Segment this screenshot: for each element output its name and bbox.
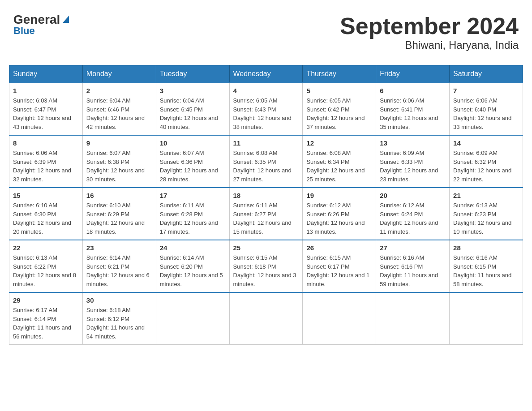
calendar-cell: 13 Sunrise: 6:09 AM Sunset: 6:33 PM Dayl… (376, 135, 450, 188)
day-number: 6 (380, 87, 446, 94)
day-number: 16 (86, 192, 152, 199)
sunrise-label: Sunrise: 6:03 AM (13, 97, 57, 104)
day-info: Sunrise: 6:11 AM Sunset: 6:28 PM Dayligh… (160, 201, 226, 236)
day-info: Sunrise: 6:04 AM Sunset: 6:45 PM Dayligh… (160, 96, 226, 131)
logo-triangle-icon (61, 14, 71, 24)
day-number: 13 (380, 139, 446, 147)
calendar-cell: 1 Sunrise: 6:03 AM Sunset: 6:47 PM Dayli… (9, 83, 83, 135)
daylight-label: Daylight: 12 hours and 25 minutes. (306, 167, 365, 183)
calendar-cell: 9 Sunrise: 6:07 AM Sunset: 6:38 PM Dayli… (82, 135, 156, 188)
calendar-cell (376, 292, 450, 345)
day-info: Sunrise: 6:09 AM Sunset: 6:32 PM Dayligh… (453, 149, 519, 184)
day-info: Sunrise: 6:11 AM Sunset: 6:27 PM Dayligh… (233, 201, 299, 236)
day-number: 26 (306, 244, 372, 252)
day-info: Sunrise: 6:16 AM Sunset: 6:15 PM Dayligh… (453, 253, 519, 288)
daylight-label: Daylight: 12 hours and 1 minute. (306, 272, 369, 287)
sunset-label: Sunset: 6:20 PM (160, 263, 203, 270)
day-number: 7 (453, 87, 519, 94)
calendar-cell: 14 Sunrise: 6:09 AM Sunset: 6:32 PM Dayl… (450, 135, 523, 188)
sunrise-label: Sunrise: 6:08 AM (306, 150, 351, 156)
day-info: Sunrise: 6:14 AM Sunset: 6:21 PM Dayligh… (86, 253, 152, 288)
week-row-5: 29 Sunrise: 6:17 AM Sunset: 6:14 PM Dayl… (9, 292, 523, 345)
sunrise-label: Sunrise: 6:13 AM (13, 254, 57, 261)
day-info: Sunrise: 6:03 AM Sunset: 6:47 PM Dayligh… (13, 96, 79, 131)
calendar-cell: 25 Sunrise: 6:15 AM Sunset: 6:18 PM Dayl… (229, 240, 303, 292)
calendar-cell: 8 Sunrise: 6:06 AM Sunset: 6:39 PM Dayli… (9, 135, 83, 188)
sunset-label: Sunset: 6:47 PM (13, 106, 56, 113)
day-info: Sunrise: 6:10 AM Sunset: 6:30 PM Dayligh… (13, 201, 79, 236)
week-row-4: 22 Sunrise: 6:13 AM Sunset: 6:22 PM Dayl… (9, 240, 523, 292)
sunset-label: Sunset: 6:16 PM (380, 263, 423, 270)
sunset-label: Sunset: 6:46 PM (86, 106, 129, 113)
day-number: 4 (233, 87, 299, 94)
calendar-header-row: Sunday Monday Tuesday Wednesday Thursday… (9, 65, 523, 83)
day-info: Sunrise: 6:14 AM Sunset: 6:20 PM Dayligh… (160, 253, 226, 288)
calendar-cell: 22 Sunrise: 6:13 AM Sunset: 6:22 PM Dayl… (9, 240, 83, 292)
daylight-label: Daylight: 12 hours and 33 minutes. (453, 115, 511, 130)
page-header: General Blue September 2024 Bhiwani, Har… (9, 9, 523, 56)
day-number: 24 (160, 244, 226, 252)
calendar-cell: 16 Sunrise: 6:10 AM Sunset: 6:29 PM Dayl… (82, 188, 156, 240)
calendar-subtitle: Bhiwani, Haryana, India (340, 39, 519, 51)
sunset-label: Sunset: 6:24 PM (380, 211, 423, 218)
logo-general-text: General (13, 13, 60, 26)
daylight-label: Daylight: 12 hours and 37 minutes. (306, 115, 365, 130)
daylight-label: Daylight: 12 hours and 32 minutes. (13, 167, 71, 183)
sunrise-label: Sunrise: 6:14 AM (86, 254, 131, 261)
daylight-label: Daylight: 12 hours and 3 minutes. (233, 272, 296, 287)
daylight-label: Daylight: 11 hours and 58 minutes. (453, 272, 511, 287)
sunrise-label: Sunrise: 6:07 AM (86, 150, 131, 156)
sunrise-label: Sunrise: 6:12 AM (380, 202, 424, 209)
sunset-label: Sunset: 6:23 PM (453, 211, 496, 218)
day-info: Sunrise: 6:13 AM Sunset: 6:23 PM Dayligh… (453, 201, 519, 236)
logo-blue-text: Blue (13, 25, 35, 37)
day-number: 5 (306, 87, 372, 94)
daylight-label: Daylight: 12 hours and 18 minutes. (86, 219, 145, 235)
day-info: Sunrise: 6:07 AM Sunset: 6:38 PM Dayligh… (86, 149, 152, 184)
header-friday: Friday (376, 65, 450, 83)
day-number: 27 (380, 244, 446, 252)
calendar-cell: 6 Sunrise: 6:06 AM Sunset: 6:41 PM Dayli… (376, 83, 450, 135)
header-thursday: Thursday (303, 65, 376, 83)
header-tuesday: Tuesday (156, 65, 229, 83)
sunset-label: Sunset: 6:22 PM (13, 263, 56, 270)
calendar-cell: 17 Sunrise: 6:11 AM Sunset: 6:28 PM Dayl… (156, 188, 229, 240)
sunrise-label: Sunrise: 6:04 AM (160, 97, 204, 104)
daylight-label: Daylight: 12 hours and 13 minutes. (306, 219, 365, 235)
day-number: 1 (13, 87, 79, 94)
daylight-label: Daylight: 12 hours and 28 minutes. (160, 167, 218, 183)
sunset-label: Sunset: 6:14 PM (13, 316, 56, 322)
sunset-label: Sunset: 6:17 PM (306, 263, 349, 270)
daylight-label: Daylight: 12 hours and 6 minutes. (86, 272, 150, 287)
sunrise-label: Sunrise: 6:07 AM (160, 150, 204, 156)
day-info: Sunrise: 6:17 AM Sunset: 6:14 PM Dayligh… (13, 306, 79, 341)
daylight-label: Daylight: 12 hours and 35 minutes. (380, 115, 438, 130)
daylight-label: Daylight: 12 hours and 20 minutes. (13, 219, 71, 235)
sunset-label: Sunset: 6:27 PM (233, 211, 276, 218)
calendar-cell: 2 Sunrise: 6:04 AM Sunset: 6:46 PM Dayli… (82, 83, 156, 135)
calendar-cell (450, 292, 523, 345)
sunrise-label: Sunrise: 6:10 AM (86, 202, 131, 209)
sunrise-label: Sunrise: 6:15 AM (233, 254, 278, 261)
sunset-label: Sunset: 6:40 PM (453, 106, 496, 113)
day-info: Sunrise: 6:08 AM Sunset: 6:35 PM Dayligh… (233, 149, 299, 184)
daylight-label: Daylight: 12 hours and 23 minutes. (380, 167, 438, 183)
sunrise-label: Sunrise: 6:04 AM (86, 97, 131, 104)
sunset-label: Sunset: 6:32 PM (453, 158, 496, 165)
day-number: 23 (86, 244, 152, 252)
sunset-label: Sunset: 6:28 PM (160, 211, 203, 218)
day-info: Sunrise: 6:18 AM Sunset: 6:12 PM Dayligh… (86, 306, 152, 341)
calendar-cell: 30 Sunrise: 6:18 AM Sunset: 6:12 PM Dayl… (82, 292, 156, 345)
day-number: 15 (13, 192, 79, 199)
day-info: Sunrise: 6:05 AM Sunset: 6:42 PM Dayligh… (306, 96, 372, 131)
daylight-label: Daylight: 11 hours and 56 minutes. (13, 324, 71, 340)
day-info: Sunrise: 6:16 AM Sunset: 6:16 PM Dayligh… (380, 253, 446, 288)
day-number: 22 (13, 244, 79, 252)
calendar-cell: 21 Sunrise: 6:13 AM Sunset: 6:23 PM Dayl… (450, 188, 523, 240)
day-number: 19 (306, 192, 372, 199)
calendar-cell: 10 Sunrise: 6:07 AM Sunset: 6:36 PM Dayl… (156, 135, 229, 188)
sunset-label: Sunset: 6:18 PM (233, 263, 276, 270)
calendar-cell: 5 Sunrise: 6:05 AM Sunset: 6:42 PM Dayli… (303, 83, 376, 135)
daylight-label: Daylight: 12 hours and 11 minutes. (380, 219, 438, 235)
day-info: Sunrise: 6:04 AM Sunset: 6:46 PM Dayligh… (86, 96, 152, 131)
